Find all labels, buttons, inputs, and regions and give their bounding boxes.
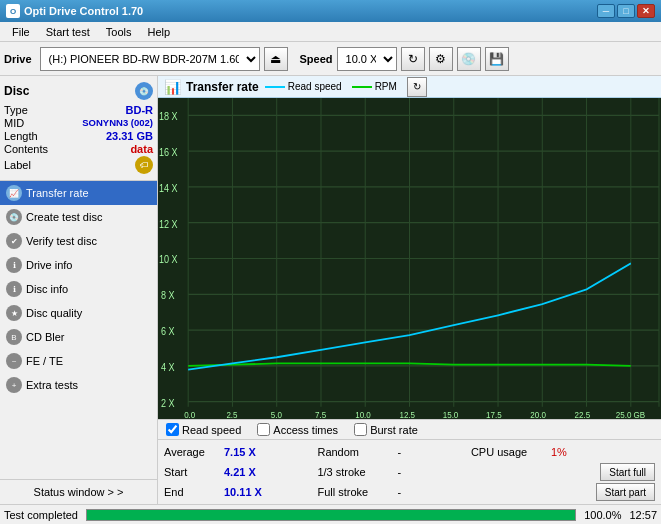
start-full-button[interactable]: Start full — [600, 463, 655, 481]
chart-title: Transfer rate — [186, 80, 259, 94]
svg-text:5.0: 5.0 — [271, 409, 282, 419]
stroke13-label: 1/3 stroke — [317, 466, 397, 478]
close-button[interactable]: ✕ — [637, 4, 655, 18]
svg-text:8 X: 8 X — [161, 289, 175, 301]
checkbox-burst-rate[interactable]: Burst rate — [354, 423, 418, 436]
toolbar: Drive (H:) PIONEER BD-RW BDR-207M 1.60 ⏏… — [0, 42, 661, 76]
stat-average-group: Average 7.15 X — [164, 446, 317, 458]
speed-label: Speed — [300, 53, 333, 65]
nav-fe-te[interactable]: ~ FE / TE — [0, 349, 157, 373]
drive-info-icon: ℹ — [6, 257, 22, 273]
svg-text:4 X: 4 X — [161, 361, 175, 373]
chart-icon: 📊 — [164, 79, 180, 95]
average-value: 7.15 X — [224, 446, 268, 458]
read-speed-checkbox[interactable] — [166, 423, 179, 436]
checkbox-access-times[interactable]: Access times — [257, 423, 338, 436]
svg-text:25.0 GB: 25.0 GB — [616, 409, 646, 419]
menu-start-test[interactable]: Start test — [38, 24, 98, 40]
end-label: End — [164, 486, 224, 498]
disc-length-row: Length 23.31 GB — [4, 130, 153, 142]
svg-text:15.0: 15.0 — [443, 409, 459, 419]
start-value: 4.21 X — [224, 466, 268, 478]
status-text: Test completed — [4, 509, 78, 521]
checkbox-read-speed[interactable]: Read speed — [166, 423, 241, 436]
create-disc-icon: 💿 — [6, 209, 22, 225]
progress-bar-container: Test completed 100.0% 12:57 — [0, 504, 661, 524]
disc-mid-row: MID SONYNN3 (002) — [4, 117, 153, 129]
stat-full-stroke-group: Full stroke - — [317, 486, 470, 498]
svg-text:2 X: 2 X — [161, 397, 175, 409]
nav-disc-info[interactable]: ℹ Disc info — [0, 277, 157, 301]
access-times-checkbox[interactable] — [257, 423, 270, 436]
start-label: Start — [164, 466, 224, 478]
nav-extra-tests[interactable]: + Extra tests — [0, 373, 157, 397]
svg-text:12.5: 12.5 — [399, 409, 415, 419]
average-label: Average — [164, 446, 224, 458]
maximize-button[interactable]: □ — [617, 4, 635, 18]
fe-te-icon: ~ — [6, 353, 22, 369]
disc-panel-title: Disc — [4, 84, 29, 98]
stats-row-start: Start 4.21 X 1/3 stroke - Start full — [164, 462, 655, 482]
stat-cpu-group: CPU usage 1% — [471, 446, 655, 458]
legend-rpm-label: RPM — [375, 81, 397, 92]
chart-svg: 18 X 16 X 14 X 12 X 10 X 8 X 6 X 4 X 2 X… — [158, 98, 661, 419]
settings-button[interactable]: ⚙ — [429, 47, 453, 71]
nav-create-test-disc[interactable]: 💿 Create test disc — [0, 205, 157, 229]
status-window-button[interactable]: Status window > > — [0, 479, 157, 504]
speed-select[interactable]: Max2.0 X4.0 X6.0 X8.0 X10.0 X12.0 X — [337, 47, 397, 71]
save-button[interactable]: 💾 — [485, 47, 509, 71]
svg-text:2.5: 2.5 — [226, 409, 237, 419]
svg-text:14 X: 14 X — [159, 182, 178, 194]
stats-row-average: Average 7.15 X Random - CPU usage 1% — [164, 442, 655, 462]
svg-text:20.0: 20.0 — [530, 409, 546, 419]
legend-rpm: RPM — [352, 81, 397, 92]
time-display: 12:57 — [629, 509, 657, 521]
svg-text:10.0: 10.0 — [355, 409, 371, 419]
nav-cd-bler[interactable]: B CD Bler — [0, 325, 157, 349]
menu-help[interactable]: Help — [139, 24, 178, 40]
disc-button[interactable]: 💿 — [457, 47, 481, 71]
minimize-button[interactable]: ─ — [597, 4, 615, 18]
chart-legend: Read speed RPM — [265, 81, 397, 92]
cpu-label: CPU usage — [471, 446, 551, 458]
label-icon: 🏷 — [135, 156, 153, 174]
app-title: Opti Drive Control 1.70 — [24, 5, 143, 17]
read-speed-label: Read speed — [182, 424, 241, 436]
drive-label: Drive — [4, 53, 32, 65]
disc-label-row: Label 🏷 — [4, 156, 153, 174]
burst-rate-label: Burst rate — [370, 424, 418, 436]
chart-refresh-button[interactable]: ↻ — [407, 77, 427, 97]
stat-start-full-group: Start full — [471, 463, 655, 481]
eject-button[interactable]: ⏏ — [264, 47, 288, 71]
refresh-button[interactable]: ↻ — [401, 47, 425, 71]
stat-random-group: Random - — [317, 446, 470, 458]
legend-read-color — [265, 86, 285, 88]
nav-verify-test-disc[interactable]: ✔ Verify test disc — [0, 229, 157, 253]
progress-percent: 100.0% — [584, 509, 621, 521]
title-bar: O Opti Drive Control 1.70 ─ □ ✕ — [0, 0, 661, 22]
stats-row-end: End 10.11 X Full stroke - Start part — [164, 482, 655, 502]
legend-rpm-color — [352, 86, 372, 88]
checkbox-row: Read speed Access times Burst rate — [158, 419, 661, 440]
menu-tools[interactable]: Tools — [98, 24, 140, 40]
disc-icon: 💿 — [135, 82, 153, 100]
sidebar: Disc 💿 Type BD-R MID SONYNN3 (002) Lengt… — [0, 76, 158, 504]
menu-file[interactable]: File — [4, 24, 38, 40]
access-times-label: Access times — [273, 424, 338, 436]
stat-end-group: End 10.11 X — [164, 486, 317, 498]
cd-bler-icon: B — [6, 329, 22, 345]
burst-rate-checkbox[interactable] — [354, 423, 367, 436]
nav-transfer-rate[interactable]: 📈 Transfer rate — [0, 181, 157, 205]
extra-tests-icon: + — [6, 377, 22, 393]
drive-select[interactable]: (H:) PIONEER BD-RW BDR-207M 1.60 — [40, 47, 260, 71]
nav-items: 📈 Transfer rate 💿 Create test disc ✔ Ver… — [0, 181, 157, 479]
nav-disc-quality[interactable]: ★ Disc quality — [0, 301, 157, 325]
disc-info-icon: ℹ — [6, 281, 22, 297]
nav-drive-info[interactable]: ℹ Drive info — [0, 253, 157, 277]
full-stroke-value: - — [397, 486, 417, 498]
main-layout: Disc 💿 Type BD-R MID SONYNN3 (002) Lengt… — [0, 76, 661, 504]
legend-read-speed: Read speed — [265, 81, 342, 92]
start-part-button[interactable]: Start part — [596, 483, 655, 501]
verify-disc-icon: ✔ — [6, 233, 22, 249]
chart-header: 📊 Transfer rate Read speed RPM ↻ — [158, 76, 661, 98]
